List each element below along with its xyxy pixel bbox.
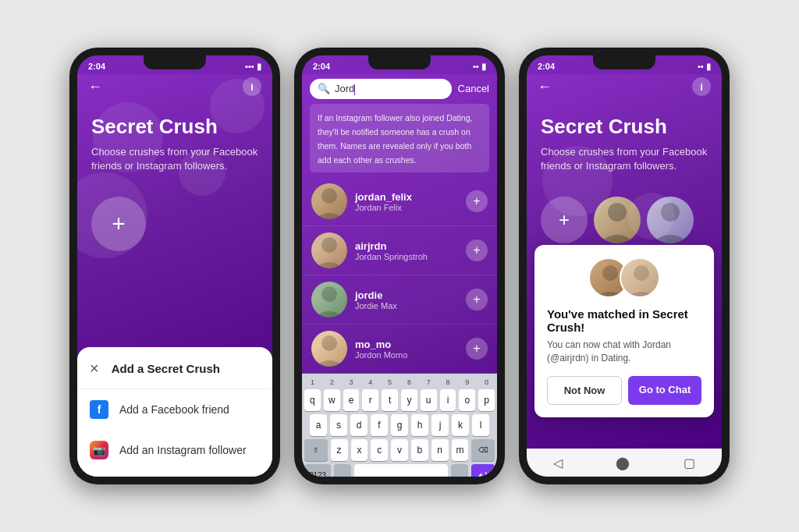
notch-2 (368, 55, 431, 69)
battery-icon-2: ▮ (481, 62, 486, 72)
avatar-airjrdn (311, 232, 347, 268)
key-numbers[interactable]: ?123 (304, 464, 331, 477)
phone-3: 2:04 ▪▪ ▮ ← i Secret C (519, 48, 730, 484)
result-info-2: airjrdn Jordan Springstroh (355, 240, 458, 261)
key-f[interactable]: f (371, 414, 388, 436)
username-1: jordan_felix (355, 191, 458, 203)
search-input-box[interactable]: 🔍 Jord (310, 79, 452, 99)
key-b[interactable]: b (411, 439, 428, 461)
svg-point-7 (315, 360, 343, 367)
name-4: Jordon Momo (355, 350, 458, 360)
add-crush-button[interactable]: + (91, 197, 146, 251)
add-facebook-label: Add a Facebook friend (119, 403, 229, 416)
add-button-1[interactable]: + (466, 190, 488, 212)
key-backspace[interactable]: ⌫ (471, 439, 495, 461)
key-c[interactable]: c (371, 439, 388, 461)
phone-1: 2:04 ▪▪▪ ▮ ← i (69, 48, 280, 484)
key-d[interactable]: d (350, 414, 368, 436)
key-i[interactable]: i (440, 389, 456, 411)
result-info-1: jordan_felix Jordan Felix (355, 191, 458, 212)
key-g[interactable]: g (391, 414, 408, 436)
search-info-box: If an Instagram follower also joined Dat… (310, 104, 489, 173)
key-a[interactable]: a (310, 414, 327, 436)
back-nav-3[interactable]: ◁ (553, 456, 563, 470)
key-space[interactable] (354, 464, 448, 477)
not-now-button[interactable]: Not Now (547, 376, 622, 405)
svg-point-6 (321, 335, 337, 351)
add-button-3[interactable]: + (466, 289, 488, 310)
page-title-1: Secret Crush (91, 115, 258, 139)
facebook-icon: f (90, 400, 108, 419)
key-comma[interactable]: , (334, 464, 351, 477)
back-button-3[interactable]: ← (538, 79, 552, 95)
top-bar-1: ← i (77, 74, 272, 99)
result-item-3[interactable]: jordie Jordie Max + (302, 275, 497, 325)
key-p[interactable]: p (478, 389, 495, 411)
status-icons-2: ▪▪ ▮ (473, 62, 486, 72)
page-subtitle-3: Choose crushes from your Facebook friend… (541, 145, 708, 173)
key-r[interactable]: r (362, 389, 378, 411)
key-o[interactable]: o (459, 389, 475, 411)
key-e[interactable]: e (343, 389, 360, 411)
key-q[interactable]: q (304, 389, 321, 411)
result-info-4: mo_mo Jordon Momo (355, 339, 458, 360)
key-m[interactable]: m (452, 439, 469, 461)
add-button-2[interactable]: + (466, 239, 488, 261)
result-item-1[interactable]: jordan_felix Jordan Felix + (302, 177, 497, 226)
info-button-1[interactable]: i (243, 77, 261, 96)
key-return[interactable]: ↵ (471, 464, 495, 477)
key-h[interactable]: h (411, 414, 428, 436)
key-shift[interactable]: ⇧ (304, 439, 328, 461)
match-title: You've matched in Secret Crush! (547, 307, 701, 334)
key-s[interactable]: s (330, 414, 347, 436)
add-button-4[interactable]: + (466, 338, 488, 360)
time-3: 2:04 (538, 62, 555, 71)
status-icons-3: ▪▪ ▮ (698, 62, 711, 72)
key-z[interactable]: z (331, 439, 348, 461)
key-j[interactable]: j (431, 414, 449, 436)
page-title-3: Secret Crush (541, 115, 708, 139)
svg-point-2 (321, 237, 337, 253)
key-v[interactable]: v (391, 439, 408, 461)
recents-nav-3[interactable]: ▢ (684, 456, 695, 470)
cancel-search-button[interactable]: Cancel (458, 83, 489, 94)
add-more-button[interactable]: + (541, 197, 588, 243)
close-sheet-button[interactable]: × (90, 360, 99, 378)
info-button-3[interactable]: i (692, 77, 711, 96)
sheet-title: Add a Secret Crush (112, 362, 220, 375)
result-info-3: jordie Jordie Max (355, 289, 458, 310)
svg-point-8 (608, 203, 627, 222)
key-l[interactable]: l (472, 414, 489, 436)
key-w[interactable]: w (324, 389, 340, 411)
add-instagram-follower-item[interactable]: 📷 Add an Instagram follower (77, 430, 272, 470)
go-to-chat-button[interactable]: Go to Chat (628, 376, 701, 405)
key-y[interactable]: y (401, 389, 417, 411)
match-subtitle: You can now chat with Jordan (@airjrdn) … (547, 339, 701, 365)
key-period[interactable]: . (451, 464, 468, 477)
key-u[interactable]: u (421, 389, 437, 411)
cursor (354, 84, 355, 95)
battery-icon: ▮ (257, 62, 261, 72)
crush-avatar-2 (647, 197, 694, 243)
top-bar-3: ← i (527, 74, 722, 99)
key-k[interactable]: k (452, 414, 469, 436)
svg-point-9 (600, 235, 634, 243)
keyboard-row-1: q w e r t y u i o p (304, 389, 495, 411)
result-item-2[interactable]: airjrdn Jordan Springstroh + (302, 226, 497, 275)
back-button-1[interactable]: ← (88, 79, 102, 95)
search-text: Jord (335, 83, 444, 95)
info-box-text: If an Instagram follower also joined Dat… (318, 113, 472, 165)
svg-point-1 (315, 213, 343, 219)
svg-point-19 (626, 292, 657, 298)
key-n[interactable]: n (431, 439, 449, 461)
search-bar-row: 🔍 Jord Cancel (302, 74, 497, 104)
home-nav-3[interactable]: ⬤ (616, 456, 630, 470)
add-facebook-friend-item[interactable]: f Add a Facebook friend (77, 389, 272, 430)
result-item-4[interactable]: mo_mo Jordon Momo + (302, 325, 497, 374)
phone-2: 2:04 ▪▪ ▮ 🔍 Jord Cancel (294, 48, 505, 484)
svg-point-3 (315, 262, 343, 268)
keyboard-row-4: ?123 , . ↵ (304, 464, 495, 477)
key-t[interactable]: t (382, 389, 398, 411)
instagram-icon: 📷 (90, 441, 108, 459)
key-x[interactable]: x (351, 439, 368, 461)
